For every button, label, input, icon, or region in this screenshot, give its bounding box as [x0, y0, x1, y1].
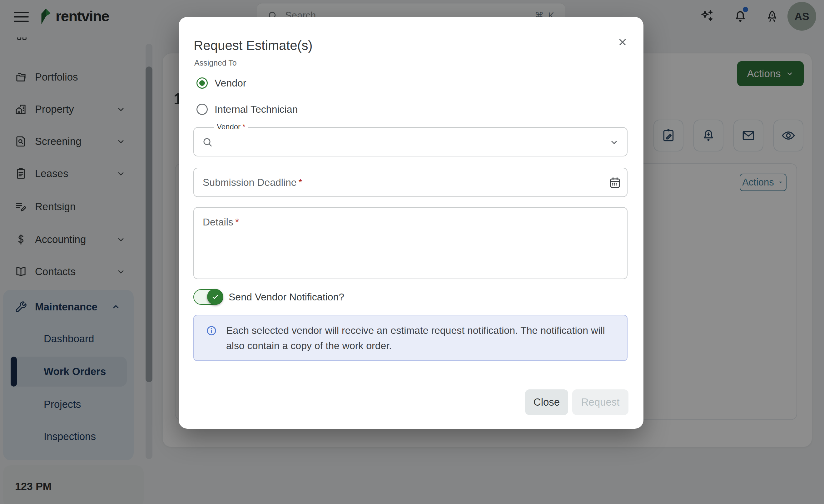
toggle-label: Send Vendor Notification?: [229, 289, 344, 305]
info-icon: [206, 325, 217, 337]
submission-deadline-input[interactable]: Submission Deadline*: [193, 168, 627, 197]
radio-unselected-icon: [197, 104, 208, 115]
info-text: Each selected vendor will receive an est…: [226, 323, 617, 354]
toggle-thumb: [207, 289, 223, 305]
assigned-to-label: Assigned To: [194, 58, 237, 68]
required-marker: *: [242, 122, 245, 131]
search-icon: [201, 136, 214, 149]
radio-internal-technician[interactable]: Internal Technician: [197, 100, 298, 119]
request-button[interactable]: Request: [572, 389, 628, 415]
screen: rentvine Search ⌘ K: [0, 0, 824, 504]
chevron-down-icon[interactable]: [609, 138, 619, 147]
close-button[interactable]: Close: [525, 389, 568, 415]
required-marker: *: [299, 177, 302, 188]
submission-deadline-placeholder: Submission Deadline*: [203, 168, 302, 197]
radio-vendor[interactable]: Vendor: [197, 74, 246, 93]
radio-selected-icon: [197, 78, 208, 89]
close-icon[interactable]: [615, 35, 630, 49]
details-placeholder: Details*: [203, 216, 239, 228]
request-estimates-modal: Request Estimate(s) Assigned To Vendor I…: [179, 17, 643, 429]
modal-title: Request Estimate(s): [194, 38, 312, 53]
details-textarea[interactable]: Details*: [193, 207, 627, 279]
vendor-select[interactable]: Vendor*: [193, 127, 627, 156]
send-vendor-notification-toggle[interactable]: [193, 289, 223, 305]
check-icon: [211, 293, 219, 301]
radio-label: Vendor: [215, 78, 246, 89]
vendor-field-label: Vendor*: [214, 122, 248, 131]
required-marker: *: [235, 216, 239, 228]
radio-label: Internal Technician: [215, 104, 298, 115]
info-banner: Each selected vendor will receive an est…: [193, 315, 627, 361]
calendar-icon[interactable]: [608, 176, 622, 190]
